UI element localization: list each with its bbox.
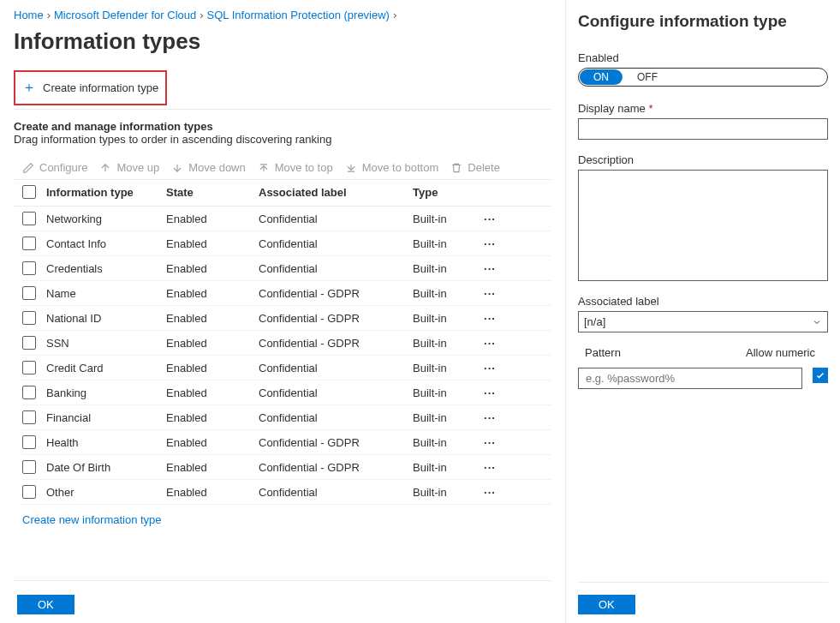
toggle-on: ON xyxy=(580,69,623,85)
row-more-button[interactable]: ··· xyxy=(484,461,496,474)
section-title: Create and manage information types xyxy=(14,120,551,133)
row-type: Built-in xyxy=(413,436,473,449)
table-header: Information type State Associated label … xyxy=(14,180,551,207)
row-state: Enabled xyxy=(166,337,259,350)
row-more-button[interactable]: ··· xyxy=(484,213,496,225)
description-input[interactable] xyxy=(578,170,828,281)
delete-button[interactable]: Delete xyxy=(450,161,500,174)
enabled-toggle[interactable]: ON OFF xyxy=(578,68,828,87)
col-header-type[interactable]: Type xyxy=(413,186,473,199)
table-row[interactable]: NameEnabledConfidential - GDPRBuilt-in··… xyxy=(22,281,551,306)
breadcrumb: Home › Microsoft Defender for Cloud › SQ… xyxy=(14,7,551,27)
breadcrumb-defender[interactable]: Microsoft Defender for Cloud xyxy=(54,9,196,21)
allow-numeric-checkbox[interactable] xyxy=(813,368,828,383)
row-checkbox[interactable] xyxy=(22,261,36,275)
row-checkbox[interactable] xyxy=(22,485,36,499)
breadcrumb-home[interactable]: Home xyxy=(14,9,44,21)
create-information-type-button[interactable]: ＋ Create information type xyxy=(17,75,164,100)
row-checkbox[interactable] xyxy=(22,460,36,474)
move-down-button[interactable]: Move down xyxy=(171,161,245,174)
table-row[interactable]: National IDEnabledConfidential - GDPRBui… xyxy=(22,306,551,331)
move-bottom-button[interactable]: Move to bottom xyxy=(345,161,439,174)
row-label: Confidential xyxy=(259,362,413,374)
page-title: Information types xyxy=(14,28,551,55)
associated-label-value: [n/a] xyxy=(584,315,605,328)
row-more-button[interactable]: ··· xyxy=(484,287,496,300)
create-new-link[interactable]: Create new information type xyxy=(14,505,551,526)
configure-button[interactable]: Configure xyxy=(22,161,87,174)
row-name: Credit Card xyxy=(46,362,166,374)
row-state: Enabled xyxy=(166,287,259,300)
row-label: Confidential xyxy=(259,411,413,424)
row-checkbox[interactable] xyxy=(22,212,36,225)
associated-label-label: Associated label xyxy=(578,295,828,308)
row-state: Enabled xyxy=(166,237,259,250)
pattern-input[interactable] xyxy=(578,368,802,389)
chevron-down-icon xyxy=(812,317,822,327)
row-label: Confidential - GDPR xyxy=(259,337,413,350)
row-more-button[interactable]: ··· xyxy=(484,362,496,374)
breadcrumb-sql-info[interactable]: SQL Information Protection (preview) xyxy=(207,9,390,21)
row-more-button[interactable]: ··· xyxy=(484,237,496,250)
row-name: Banking xyxy=(46,386,166,399)
table-row[interactable]: HealthEnabledConfidential - GDPRBuilt-in… xyxy=(22,430,551,455)
display-name-input[interactable] xyxy=(578,118,828,140)
row-more-button[interactable]: ··· xyxy=(484,411,496,424)
row-checkbox[interactable] xyxy=(22,336,36,350)
move-up-button[interactable]: Move up xyxy=(99,161,159,174)
row-type: Built-in xyxy=(413,262,473,275)
row-state: Enabled xyxy=(166,386,259,399)
table-row[interactable]: CredentialsEnabledConfidentialBuilt-in··… xyxy=(22,256,551,281)
create-label: Create information type xyxy=(43,81,158,94)
table-row[interactable]: Date Of BirthEnabledConfidential - GDPRB… xyxy=(22,455,551,480)
row-checkbox[interactable] xyxy=(22,311,36,325)
panel-ok-button[interactable]: OK xyxy=(578,595,635,614)
row-more-button[interactable]: ··· xyxy=(484,337,496,350)
select-all-checkbox[interactable] xyxy=(22,185,36,199)
table-row[interactable]: FinancialEnabledConfidentialBuilt-in··· xyxy=(22,405,551,430)
plus-icon: ＋ xyxy=(22,79,36,97)
table-row[interactable]: Credit CardEnabledConfidentialBuilt-in··… xyxy=(22,356,551,380)
row-state: Enabled xyxy=(166,262,259,275)
row-more-button[interactable]: ··· xyxy=(484,486,496,499)
row-name: Contact Info xyxy=(46,237,166,250)
row-checkbox[interactable] xyxy=(22,386,36,399)
table-row[interactable]: BankingEnabledConfidentialBuilt-in··· xyxy=(22,380,551,405)
section-subtitle: Drag information types to order in ascen… xyxy=(14,133,551,146)
arrow-top-icon xyxy=(258,162,270,174)
row-type: Built-in xyxy=(413,362,473,374)
row-label: Confidential - GDPR xyxy=(259,287,413,300)
ok-button[interactable]: OK xyxy=(17,595,74,614)
row-state: Enabled xyxy=(166,213,259,225)
row-state: Enabled xyxy=(166,411,259,424)
table-row[interactable]: NetworkingEnabledConfidentialBuilt-in··· xyxy=(22,207,551,231)
row-name: National ID xyxy=(46,312,166,325)
row-name: Other xyxy=(46,486,166,499)
row-checkbox[interactable] xyxy=(22,410,36,424)
col-header-state[interactable]: State xyxy=(166,186,259,199)
col-header-name[interactable]: Information type xyxy=(46,186,166,199)
col-header-label[interactable]: Associated label xyxy=(259,186,413,199)
row-more-button[interactable]: ··· xyxy=(484,262,496,275)
row-checkbox[interactable] xyxy=(22,237,36,250)
row-label: Confidential xyxy=(259,486,413,499)
row-label: Confidential xyxy=(259,262,413,275)
row-type: Built-in xyxy=(413,213,473,225)
row-checkbox[interactable] xyxy=(22,435,36,449)
toggle-off: OFF xyxy=(623,69,671,86)
table-row[interactable]: SSNEnabledConfidential - GDPRBuilt-in··· xyxy=(22,331,551,356)
row-more-button[interactable]: ··· xyxy=(484,386,496,399)
move-top-button[interactable]: Move to top xyxy=(258,161,333,174)
row-label: Confidential - GDPR xyxy=(259,461,413,474)
row-checkbox[interactable] xyxy=(22,286,36,300)
table-row[interactable]: OtherEnabledConfidentialBuilt-in··· xyxy=(22,480,551,505)
associated-label-select[interactable]: [n/a] xyxy=(578,311,828,332)
row-label: Confidential xyxy=(259,386,413,399)
row-more-button[interactable]: ··· xyxy=(484,436,496,449)
row-checkbox[interactable] xyxy=(22,361,36,374)
row-type: Built-in xyxy=(413,486,473,499)
row-more-button[interactable]: ··· xyxy=(484,312,496,325)
configure-label: Configure xyxy=(39,161,87,174)
table-row[interactable]: Contact InfoEnabledConfidentialBuilt-in·… xyxy=(22,231,551,256)
row-label: Confidential - GDPR xyxy=(259,436,413,449)
